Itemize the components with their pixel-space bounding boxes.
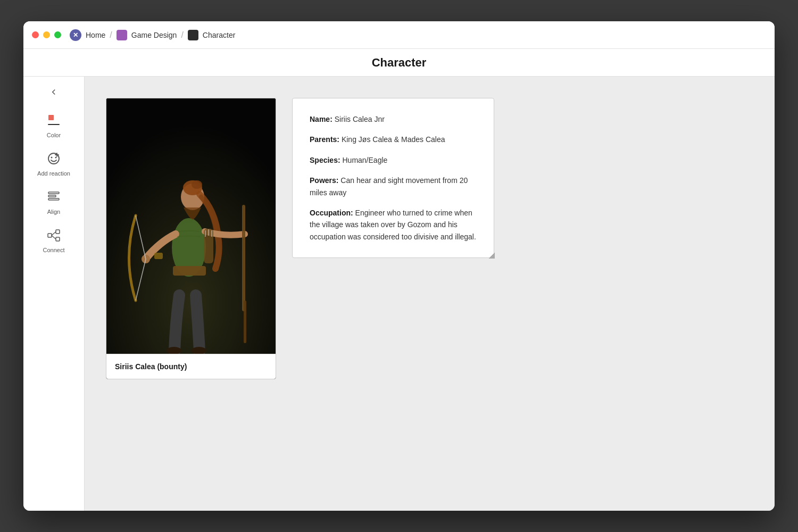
connect-icon — [44, 226, 63, 245]
character-svg — [106, 98, 276, 354]
species-value: Human/Eagle — [342, 156, 387, 164]
powers-label: Powers: — [310, 176, 338, 185]
page-title: Character — [372, 56, 427, 70]
info-occupation-row: Occupation: Engineer who turned to crime… — [310, 207, 477, 243]
connect-label: Connect — [43, 247, 65, 253]
character-breadcrumb-icon — [188, 30, 198, 40]
color-icon — [44, 111, 63, 130]
breadcrumb-character-label[interactable]: Character — [203, 31, 235, 39]
info-card-wrapper: Name: Siriis Calea Jnr Parents: King Jøs… — [292, 98, 494, 258]
breadcrumb-sep-2: / — [181, 30, 183, 40]
sidebar-item-add-reaction[interactable]: Add reaction — [23, 144, 84, 182]
align-label: Align — [47, 209, 60, 215]
titlebar: ✕ Home / Game Design / Character — [23, 21, 775, 49]
image-caption: Siriis Calea (bounty) — [106, 354, 276, 379]
name-value: Siriis Calea Jnr — [335, 115, 385, 123]
species-label: Species: — [310, 156, 340, 164]
close-button[interactable] — [32, 31, 39, 38]
info-powers-row: Powers: Can hear and sight movement from… — [310, 174, 477, 198]
breadcrumb: ✕ Home / Game Design / Character — [70, 29, 235, 41]
occupation-label: Occupation: — [310, 209, 353, 217]
page-header: Character — [23, 49, 775, 77]
back-arrow-icon — [49, 87, 59, 97]
align-icon — [44, 187, 63, 206]
info-species-row: Species: Human/Eagle — [310, 154, 477, 166]
svg-line-14 — [52, 236, 56, 239]
svg-rect-12 — [56, 237, 60, 241]
svg-rect-32 — [154, 253, 163, 259]
app-window: ✕ Home / Game Design / Character Charact… — [23, 21, 775, 511]
svg-point-3 — [51, 157, 53, 159]
resize-handle[interactable] — [488, 252, 495, 259]
svg-line-13 — [52, 232, 56, 236]
home-icon: ✕ — [70, 29, 81, 41]
svg-rect-10 — [48, 234, 52, 237]
info-name-row: Name: Siriis Calea Jnr — [310, 113, 477, 125]
breadcrumb-home-label[interactable]: Home — [86, 31, 105, 39]
character-info-card: Name: Siriis Calea Jnr Parents: King Jøs… — [292, 98, 494, 258]
svg-rect-7 — [48, 192, 59, 194]
sidebar: Color Add reaction — [23, 77, 85, 511]
breadcrumb-home[interactable]: ✕ Home — [70, 29, 105, 41]
svg-rect-24 — [242, 205, 245, 311]
minimize-button[interactable] — [43, 31, 50, 38]
breadcrumb-game-design-label[interactable]: Game Design — [131, 31, 177, 39]
name-label: Name: — [310, 115, 332, 123]
sidebar-item-color[interactable]: Color — [23, 105, 84, 144]
breadcrumb-character[interactable]: Character — [188, 30, 235, 40]
reaction-label: Add reaction — [37, 170, 70, 177]
main-area: Color Add reaction — [23, 77, 775, 511]
svg-rect-0 — [48, 115, 54, 120]
content-area: Siriis Calea (bounty) Name: Siriis Calea… — [85, 77, 775, 511]
svg-rect-11 — [56, 230, 60, 234]
sidebar-item-align[interactable]: Align — [23, 182, 84, 220]
reaction-icon — [44, 149, 63, 168]
svg-point-4 — [55, 157, 57, 159]
sidebar-back-button[interactable] — [23, 83, 84, 101]
svg-rect-8 — [48, 195, 56, 197]
svg-rect-17 — [173, 266, 206, 276]
info-parents-row: Parents: King Jøs Calea & Mades Calea — [310, 134, 477, 145]
window-controls — [32, 31, 61, 38]
breadcrumb-sep-1: / — [110, 30, 112, 40]
svg-rect-25 — [244, 301, 246, 343]
image-caption-text: Siriis Calea (bounty) — [115, 362, 187, 371]
character-image-card: Siriis Calea (bounty) — [106, 98, 276, 379]
maximize-button[interactable] — [54, 31, 61, 38]
parents-label: Parents: — [310, 135, 339, 144]
character-image — [106, 98, 276, 354]
svg-rect-9 — [48, 198, 59, 200]
parents-value: King Jøs Calea & Mades Calea — [342, 135, 445, 144]
sidebar-item-connect[interactable]: Connect — [23, 220, 84, 259]
color-label: Color — [47, 132, 61, 138]
breadcrumb-game-design[interactable]: Game Design — [117, 30, 177, 40]
svg-point-20 — [192, 180, 202, 189]
game-design-icon — [117, 30, 127, 40]
